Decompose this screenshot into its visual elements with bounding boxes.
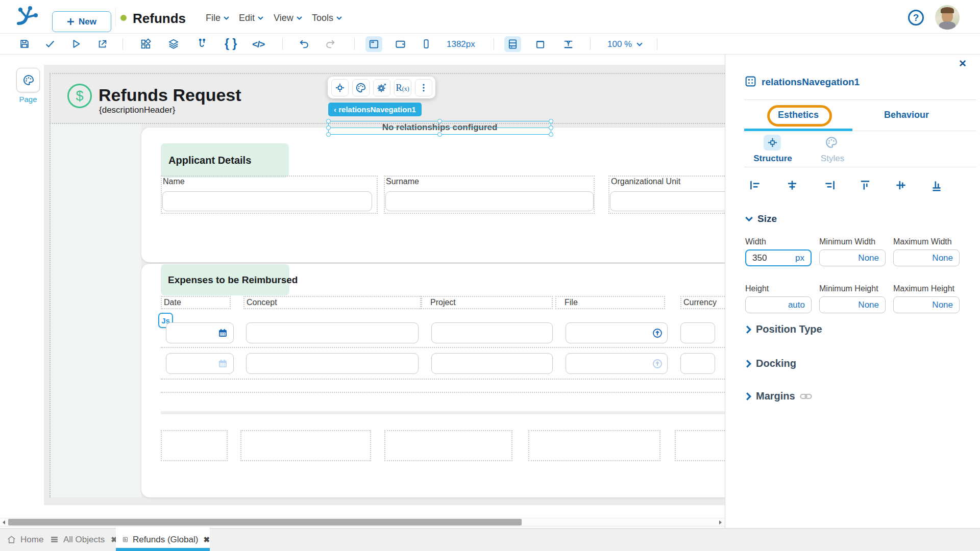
link-icon[interactable] — [800, 393, 812, 400]
grid-cell[interactable] — [528, 430, 660, 461]
col-header-project[interactable]: Project — [421, 296, 553, 309]
resize-handle[interactable] — [326, 119, 331, 123]
undo-icon[interactable] — [299, 38, 310, 49]
form-subtitle[interactable]: {descriptionHeader} — [99, 105, 175, 115]
filter-icon[interactable] — [562, 38, 574, 50]
grid-cell[interactable] — [240, 430, 371, 461]
rules-widget-button[interactable]: R(x) — [394, 79, 411, 96]
currency-input-2[interactable] — [680, 353, 715, 374]
resize-handle[interactable] — [549, 132, 553, 137]
currency-input-1[interactable] — [680, 322, 715, 343]
code-icon[interactable]: </> — [252, 39, 264, 50]
resize-handle[interactable] — [437, 119, 442, 123]
panel-close-button[interactable]: ✕ — [959, 58, 967, 69]
help-icon[interactable]: ? — [908, 10, 924, 26]
align-center-v-icon[interactable] — [894, 179, 908, 192]
run-icon[interactable] — [70, 38, 82, 49]
width-input[interactable]: 350 px — [745, 249, 812, 266]
align-right-icon[interactable] — [823, 179, 837, 192]
col-header-date[interactable]: Date — [161, 296, 231, 309]
calendar-icon[interactable] — [217, 328, 228, 338]
menu-tools[interactable]: Tools — [312, 13, 342, 23]
align-bottom-icon[interactable] — [930, 179, 943, 192]
position-type-group[interactable]: Position Type — [746, 323, 822, 335]
container-icon[interactable] — [534, 38, 546, 50]
expenses-title-box[interactable]: Expenses to be Reimbursed — [161, 264, 289, 295]
close-tab-icon[interactable]: ✖ — [203, 535, 210, 544]
align-top-icon[interactable] — [859, 179, 872, 192]
max-height-input[interactable]: None — [893, 296, 960, 313]
redo-icon[interactable] — [325, 38, 336, 49]
styles-widget-button[interactable] — [352, 79, 370, 96]
scroll-right-arrow[interactable] — [718, 520, 723, 525]
name-input[interactable] — [162, 191, 372, 211]
export-icon[interactable] — [97, 38, 108, 49]
validate-icon[interactable] — [44, 38, 56, 49]
tab-all-objects[interactable]: All Objects ✖ — [50, 528, 117, 551]
avatar[interactable] — [935, 5, 960, 30]
resize-handle[interactable] — [549, 119, 553, 123]
max-width-input[interactable]: None — [893, 249, 960, 266]
concept-input-2[interactable] — [246, 353, 419, 374]
orgunit-input[interactable] — [610, 191, 725, 211]
tab-behaviour[interactable]: Behaviour — [852, 104, 961, 120]
settings-widget-button[interactable] — [373, 79, 390, 96]
page-tool-card[interactable] — [16, 68, 40, 92]
calendar-icon-disabled[interactable] — [217, 358, 228, 369]
h-scrollbar-thumb[interactable] — [8, 519, 522, 525]
col-header-concept[interactable]: Concept — [243, 296, 421, 309]
concept-input-1[interactable] — [246, 322, 419, 343]
file-input-2[interactable] — [566, 353, 668, 374]
tab-home[interactable]: Home — [7, 528, 43, 551]
size-section-header[interactable]: Size — [745, 213, 777, 224]
resize-handle[interactable] — [437, 132, 442, 137]
widgets-icon[interactable] — [140, 38, 151, 49]
grid-cell[interactable] — [384, 430, 512, 461]
zoom-control[interactable]: 100 % — [607, 39, 643, 49]
menu-file[interactable]: File — [206, 13, 229, 23]
mobile-icon[interactable] — [421, 38, 432, 49]
align-center-h-icon[interactable] — [786, 179, 799, 192]
flow-icon[interactable] — [197, 38, 208, 49]
upload-icon[interactable] — [652, 328, 663, 339]
scroll-left-arrow[interactable] — [2, 520, 7, 525]
tablet-icon[interactable] — [395, 38, 406, 50]
align-left-icon[interactable] — [748, 179, 762, 192]
new-button[interactable]: New — [52, 11, 111, 32]
project-input-1[interactable] — [431, 322, 553, 343]
styles-icon[interactable] — [825, 136, 838, 149]
col-header-currency[interactable]: Currency — [680, 296, 725, 309]
file-input-1[interactable] — [566, 322, 668, 343]
save-icon[interactable] — [19, 38, 30, 49]
resize-handle[interactable] — [549, 126, 553, 130]
upload-icon-disabled[interactable] — [652, 358, 663, 369]
min-width-input[interactable]: None — [819, 249, 886, 266]
grid-cell[interactable] — [161, 430, 228, 461]
min-height-input[interactable]: None — [819, 296, 886, 313]
date-input-2[interactable] — [166, 353, 234, 374]
height-input[interactable]: auto — [745, 296, 812, 313]
canvas-width-indicator[interactable]: 1382px — [447, 39, 475, 49]
more-widget-button[interactable] — [415, 79, 432, 96]
desktop-icon[interactable] — [368, 38, 380, 50]
structure-icon[interactable] — [767, 137, 778, 148]
selection-tag[interactable]: ‹ relationsNavegation1 — [328, 103, 422, 116]
move-widget-button[interactable] — [331, 79, 349, 96]
resize-handle[interactable] — [326, 126, 331, 130]
resize-handle[interactable] — [326, 132, 331, 137]
applicant-title-box[interactable]: Applicant Details — [161, 143, 289, 178]
tab-refunds-global[interactable]: Refunds (Global) ✖ — [116, 528, 210, 551]
col-header-file[interactable]: File — [555, 296, 665, 309]
menu-view[interactable]: View — [274, 13, 302, 23]
layers-icon[interactable] — [168, 38, 179, 49]
date-input-1[interactable] — [166, 322, 234, 343]
brand-logo-icon[interactable] — [14, 4, 40, 30]
project-input-2[interactable] — [431, 353, 553, 374]
surname-input[interactable] — [385, 191, 594, 211]
menu-edit[interactable]: Edit — [239, 13, 263, 23]
subtab-styles[interactable]: Styles — [802, 154, 863, 164]
panel-layout-icon[interactable] — [507, 38, 519, 50]
grid-cell[interactable] — [675, 430, 725, 461]
form-title[interactable]: Refunds Request — [99, 85, 241, 105]
braces-icon[interactable]: { } — [225, 37, 237, 51]
